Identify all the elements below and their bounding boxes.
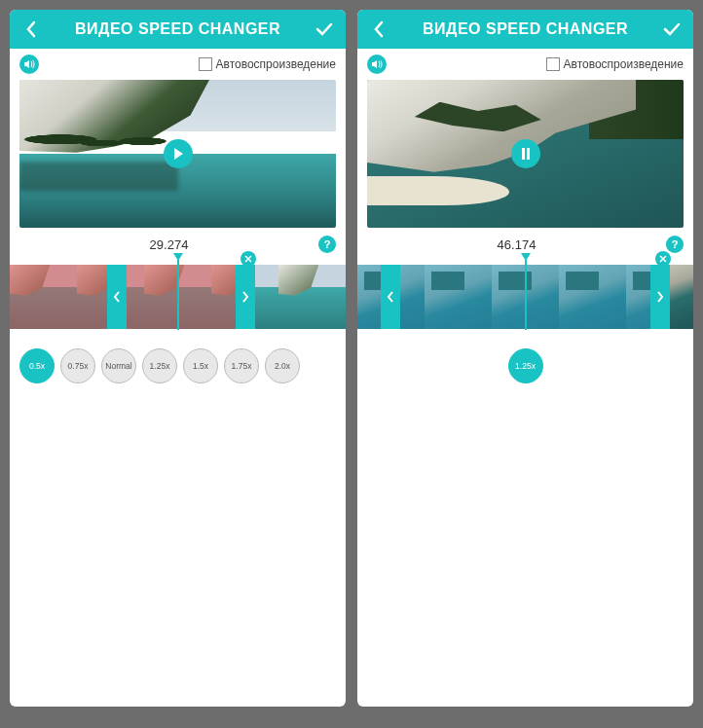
timeline[interactable] — [357, 259, 693, 335]
video-preview[interactable] — [19, 80, 336, 228]
question-icon: ? — [324, 238, 331, 250]
playhead-line — [177, 260, 179, 330]
autoplay-checkbox[interactable]: Автовоспроизведение — [199, 57, 336, 71]
speaker-icon — [23, 58, 35, 70]
back-button[interactable] — [367, 18, 390, 41]
options-row: Автовоспроизведение — [357, 49, 693, 80]
pause-button[interactable] — [511, 139, 540, 168]
check-icon — [663, 22, 681, 36]
playhead[interactable] — [173, 253, 183, 330]
close-icon — [244, 255, 252, 263]
speed-buttons-row: 0.5x 0.75x Normal 1.25x 1.5x 1.75x 2.0x — [10, 341, 346, 391]
screen-left: ВИДЕО SPEED CHANGER Автовоспроизведение … — [10, 10, 346, 707]
back-button[interactable] — [19, 18, 43, 41]
play-button[interactable] — [164, 139, 193, 168]
remove-selection-button[interactable] — [240, 251, 256, 267]
pause-icon — [520, 147, 532, 161]
svg-rect-0 — [522, 148, 525, 160]
help-button[interactable]: ? — [318, 236, 336, 253]
sound-toggle[interactable] — [19, 55, 39, 74]
help-button[interactable]: ? — [666, 236, 684, 253]
play-icon — [172, 147, 184, 161]
handle-right-icon[interactable] — [241, 291, 249, 303]
app-header: ВИДЕО SPEED CHANGER — [10, 10, 346, 49]
autoplay-label: Автовоспроизведение — [216, 57, 336, 71]
confirm-button[interactable] — [660, 18, 684, 41]
autoplay-label: Автовоспроизведение — [564, 57, 684, 71]
playhead[interactable] — [521, 253, 531, 330]
svg-rect-1 — [527, 148, 530, 160]
options-row: Автовоспроизведение — [10, 49, 346, 80]
video-preview[interactable] — [367, 80, 684, 228]
timeline[interactable] — [10, 259, 346, 335]
speed-button-0-75x[interactable]: 0.75x — [60, 348, 95, 383]
speed-button-1-25x[interactable]: 1.25x — [508, 348, 543, 383]
speed-button-1-25x[interactable]: 1.25x — [142, 348, 177, 383]
close-icon — [659, 255, 667, 263]
app-title: ВИДЕО SPEED CHANGER — [390, 20, 660, 38]
screen-right: ВИДЕО SPEED CHANGER Автовоспроизведение … — [357, 10, 693, 707]
handle-right-icon[interactable] — [656, 291, 664, 303]
current-time: 46.174 — [367, 237, 666, 252]
playhead-line — [525, 260, 527, 330]
app-title: ВИДЕО SPEED CHANGER — [43, 20, 313, 38]
current-time: 29.274 — [19, 237, 318, 252]
autoplay-checkbox[interactable]: Автовоспроизведение — [546, 57, 684, 71]
check-icon — [315, 22, 333, 36]
speed-buttons-row: 1.25x — [357, 341, 693, 391]
chevron-left-icon — [25, 20, 37, 38]
chevron-left-icon — [373, 20, 385, 38]
handle-left-icon[interactable] — [387, 291, 394, 303]
speed-button-1-75x[interactable]: 1.75x — [224, 348, 259, 383]
handle-left-icon[interactable] — [113, 291, 121, 303]
speed-button-normal[interactable]: Normal — [101, 348, 136, 383]
speed-button-0-5x[interactable]: 0.5x — [19, 348, 55, 383]
checkbox-box-icon — [199, 57, 212, 71]
sound-toggle[interactable] — [367, 55, 387, 74]
remove-selection-button[interactable] — [655, 251, 671, 267]
speaker-icon — [371, 58, 383, 70]
confirm-button[interactable] — [313, 18, 336, 41]
app-header: ВИДЕО SPEED CHANGER — [357, 10, 693, 49]
checkbox-box-icon — [546, 57, 560, 71]
frame — [278, 265, 346, 329]
speed-button-1-5x[interactable]: 1.5x — [183, 348, 218, 383]
speed-button-2-0x[interactable]: 2.0x — [265, 348, 300, 383]
question-icon: ? — [672, 238, 679, 250]
